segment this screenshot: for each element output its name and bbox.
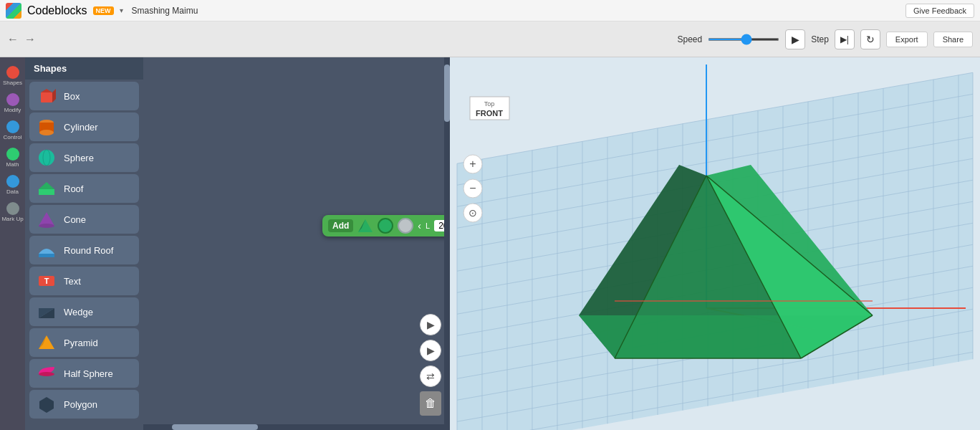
shapes-list: Box Cylinder xyxy=(25,82,143,419)
markup-icon xyxy=(6,202,19,215)
export-button[interactable]: Export xyxy=(886,32,928,47)
cone-icon xyxy=(37,209,57,229)
box-label: Box xyxy=(64,91,80,102)
shapes-nav-label: Shapes xyxy=(3,80,22,86)
math-nav-label: Math xyxy=(6,161,19,168)
nav-item-shapes[interactable]: Shapes xyxy=(0,63,25,89)
wedge-label: Wedge xyxy=(64,307,93,317)
svg-text:−: − xyxy=(469,182,476,194)
code-area[interactable]: Add ‹ L 20 ▶ ▶ ⇄ 🗑 xyxy=(143,57,450,430)
svg-rect-12 xyxy=(39,254,54,257)
modify-icon xyxy=(6,93,19,106)
cylinder-icon xyxy=(37,117,57,137)
code-scrollbar-thumb[interactable] xyxy=(444,64,450,122)
give-feedback-button[interactable]: Give Feedback xyxy=(905,4,974,18)
nav-item-data[interactable]: Data xyxy=(0,172,25,198)
play-button[interactable]: ▶ xyxy=(785,29,805,49)
pyramid-label: Pyramid xyxy=(64,338,98,348)
code-hscrollbar[interactable] xyxy=(143,424,444,430)
step-button[interactable]: ▶| xyxy=(835,29,855,49)
block-l-label: L xyxy=(426,221,430,230)
polygon-icon xyxy=(37,394,57,414)
sphere-icon xyxy=(37,148,57,168)
svg-point-11 xyxy=(39,224,54,228)
shape-item-cylinder[interactable]: Cylinder xyxy=(29,113,139,141)
shape-item-half-sphere[interactable]: Half Sphere xyxy=(29,359,139,388)
block-green-color[interactable] xyxy=(378,218,393,234)
app-title: Codeblocks xyxy=(27,4,87,17)
shapes-panel-header: Shapes xyxy=(25,57,143,80)
shape-item-round-roof[interactable]: Round Roof xyxy=(29,236,139,264)
data-icon xyxy=(6,175,19,188)
modify-nav-label: Modify xyxy=(4,107,21,113)
shape-item-sphere[interactable]: Sphere xyxy=(29,143,139,172)
half-sphere-icon xyxy=(37,363,57,383)
dropdown-arrow[interactable]: ▾ xyxy=(120,6,123,14)
svg-point-6 xyxy=(39,150,54,166)
block-gray-color[interactable] xyxy=(398,218,413,234)
cylinder-label: Cylinder xyxy=(64,122,98,133)
back-button[interactable]: ← xyxy=(7,33,19,46)
round-roof-label: Round Roof xyxy=(64,245,113,256)
step-label: Step xyxy=(811,34,829,44)
forward-button[interactable]: → xyxy=(24,33,36,46)
polygon-label: Polygon xyxy=(64,399,97,410)
shape-item-wedge[interactable]: Wedge xyxy=(29,297,139,326)
text-label: Text xyxy=(64,276,81,287)
svg-marker-2 xyxy=(52,89,56,102)
code-scrollbar[interactable] xyxy=(444,57,450,430)
svg-text:FRONT: FRONT xyxy=(476,109,503,118)
nav-item-math[interactable]: Math xyxy=(0,145,25,171)
viewport-canvas: Top FRONT + − ⊙ xyxy=(450,57,980,430)
round-roof-icon xyxy=(37,240,57,260)
shape-item-box[interactable]: Box xyxy=(29,82,139,110)
control-icon xyxy=(6,120,19,133)
nav-item-markup[interactable]: Mark Up xyxy=(0,199,25,225)
main-toolbar: ← → Speed ▶ Step ▶| ↻ Export Share xyxy=(0,22,980,57)
content-area: Shapes Modify Control Math Data Mark Up … xyxy=(0,57,980,430)
code-block[interactable]: Add ‹ L 20 xyxy=(322,215,450,236)
shape-item-cone[interactable]: Cone xyxy=(29,205,139,234)
zoom-out-code-button[interactable]: ▶ xyxy=(420,340,441,361)
3d-viewport[interactable]: Top FRONT + − ⊙ xyxy=(450,57,980,430)
wedge-icon xyxy=(37,302,57,322)
svg-marker-8 xyxy=(39,182,54,189)
svg-rect-9 xyxy=(39,189,54,195)
shape-item-roof[interactable]: Roof xyxy=(29,174,139,203)
shapes-panel: Shapes Box xyxy=(25,57,143,430)
text-icon: T xyxy=(37,271,57,291)
speed-label: Speed xyxy=(677,34,702,44)
delete-button[interactable]: 🗑 xyxy=(420,391,441,416)
nav-item-control[interactable]: Control xyxy=(0,118,25,143)
block-arrow-left[interactable]: ‹ xyxy=(418,220,421,231)
data-nav-label: Data xyxy=(6,188,19,195)
svg-marker-20 xyxy=(39,397,54,413)
svg-text:T: T xyxy=(44,277,49,285)
svg-rect-0 xyxy=(41,92,52,102)
project-name[interactable]: Smashing Maimu xyxy=(132,6,198,16)
shape-item-pyramid[interactable]: Pyramid xyxy=(29,328,139,357)
code-hscrollbar-thumb[interactable] xyxy=(172,424,258,430)
shape-item-polygon[interactable]: Polygon xyxy=(29,390,139,419)
nav-item-modify[interactable]: Modify xyxy=(0,90,25,116)
svg-text:Top: Top xyxy=(484,100,495,108)
fit-code-button[interactable]: ⇄ xyxy=(420,366,441,387)
svg-marker-17 xyxy=(39,335,54,349)
reset-button[interactable]: ↻ xyxy=(860,29,880,49)
speed-slider[interactable] xyxy=(708,38,779,41)
pyramid-icon xyxy=(37,333,57,353)
svg-text:+: + xyxy=(469,158,476,170)
svg-text:⊙: ⊙ xyxy=(469,207,477,219)
left-nav: Shapes Modify Control Math Data Mark Up xyxy=(0,57,25,430)
block-pyramid-icon xyxy=(357,218,373,234)
cone-label: Cone xyxy=(64,214,86,225)
box-icon xyxy=(37,86,57,106)
shape-item-text[interactable]: T Text xyxy=(29,267,139,295)
sphere-label: Sphere xyxy=(64,153,94,163)
app-logo xyxy=(6,3,21,19)
svg-marker-21 xyxy=(358,219,373,232)
half-sphere-label: Half Sphere xyxy=(64,368,113,379)
top-bar: Codeblocks NEW ▾ Smashing Maimu Give Fee… xyxy=(0,0,980,22)
share-button[interactable]: Share xyxy=(933,32,973,47)
zoom-in-code-button[interactable]: ▶ xyxy=(420,314,441,335)
